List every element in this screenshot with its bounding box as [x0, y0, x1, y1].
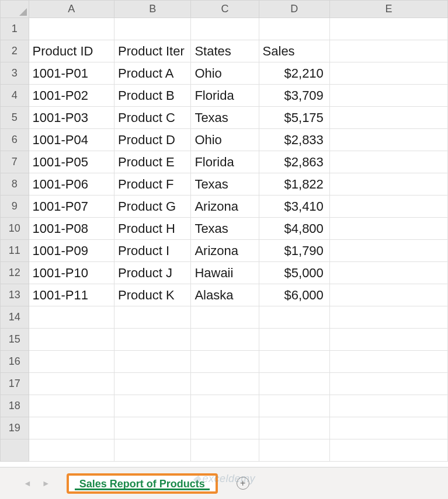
cell[interactable]: $5,175	[259, 107, 329, 129]
cell[interactable]: $1,822	[259, 173, 329, 196]
col-header-E[interactable]: E	[329, 1, 447, 18]
cell[interactable]	[329, 262, 447, 284]
cell[interactable]	[329, 395, 447, 417]
row-header[interactable]: 2	[1, 40, 29, 62]
cell[interactable]: 1001-P04	[29, 129, 114, 151]
cell[interactable]	[329, 240, 447, 262]
add-sheet-button[interactable]: +	[237, 477, 249, 490]
cell[interactable]: Product F	[114, 173, 191, 196]
cell[interactable]	[191, 351, 259, 373]
cell[interactable]: $5,000	[259, 262, 329, 284]
cell[interactable]	[259, 306, 329, 329]
cell[interactable]: Product C	[114, 107, 191, 129]
cell[interactable]: Ohio	[191, 129, 259, 151]
cell[interactable]: $3,410	[259, 196, 329, 218]
cell[interactable]: Product H	[114, 218, 191, 240]
cell[interactable]	[29, 417, 114, 439]
cell[interactable]	[259, 417, 329, 439]
tab-next-icon[interactable]: ►	[42, 479, 50, 488]
cell[interactable]	[259, 373, 329, 395]
cell[interactable]	[29, 373, 114, 395]
cell[interactable]	[259, 395, 329, 417]
cell[interactable]: 1001-P01	[29, 62, 114, 85]
row-header[interactable]: 16	[1, 351, 29, 373]
cell[interactable]: States	[191, 40, 259, 62]
cell[interactable]	[329, 196, 447, 218]
cell[interactable]	[191, 395, 259, 417]
cell[interactable]	[259, 18, 329, 40]
cell[interactable]: Product ID	[29, 40, 114, 62]
active-sheet-tab[interactable]: Sales Report of Products	[67, 473, 218, 494]
cell[interactable]: Alaska	[191, 284, 259, 306]
cell[interactable]	[329, 351, 447, 373]
cell[interactable]	[259, 439, 329, 462]
row-header[interactable]: 6	[1, 129, 29, 151]
cell[interactable]	[329, 107, 447, 129]
cell[interactable]: 1001-P10	[29, 262, 114, 284]
cell[interactable]	[329, 129, 447, 151]
cell[interactable]: Arizona	[191, 196, 259, 218]
cell[interactable]	[191, 373, 259, 395]
cell[interactable]: Product D	[114, 129, 191, 151]
cell[interactable]	[114, 329, 191, 351]
cell[interactable]: Product A	[114, 62, 191, 85]
cell[interactable]: Sales	[259, 40, 329, 62]
cell[interactable]: 1001-P06	[29, 173, 114, 196]
row-header[interactable]: 1	[1, 18, 29, 40]
cell[interactable]: $1,790	[259, 240, 329, 262]
cell[interactable]	[329, 85, 447, 107]
select-all-triangle[interactable]	[1, 1, 29, 18]
cell[interactable]: Arizona	[191, 240, 259, 262]
cell[interactable]: Florida	[191, 151, 259, 173]
row-header[interactable]: 9	[1, 196, 29, 218]
cell[interactable]: Texas	[191, 107, 259, 129]
cell[interactable]	[29, 306, 114, 329]
cell[interactable]: 1001-P07	[29, 196, 114, 218]
row-header[interactable]: 11	[1, 240, 29, 262]
cell[interactable]	[329, 40, 447, 62]
cell[interactable]	[114, 351, 191, 373]
cell[interactable]: $2,863	[259, 151, 329, 173]
row-header[interactable]: 19	[1, 417, 29, 439]
cell[interactable]: Product K	[114, 284, 191, 306]
cell[interactable]	[114, 373, 191, 395]
cell[interactable]: Product Iter	[114, 40, 191, 62]
cell[interactable]: 1001-P02	[29, 85, 114, 107]
cell[interactable]	[191, 306, 259, 329]
row-header[interactable]	[1, 439, 29, 462]
cell[interactable]: Product G	[114, 196, 191, 218]
cell[interactable]	[259, 329, 329, 351]
row-header[interactable]: 8	[1, 173, 29, 196]
cell[interactable]: 1001-P08	[29, 218, 114, 240]
cell[interactable]	[114, 417, 191, 439]
cell[interactable]	[191, 439, 259, 462]
cell[interactable]: 1001-P09	[29, 240, 114, 262]
col-header-C[interactable]: C	[191, 1, 259, 18]
cell[interactable]	[114, 306, 191, 329]
cell[interactable]	[329, 329, 447, 351]
cell[interactable]	[329, 284, 447, 306]
cell[interactable]	[114, 395, 191, 417]
row-header[interactable]: 3	[1, 62, 29, 85]
cell[interactable]	[329, 218, 447, 240]
cell[interactable]: Ohio	[191, 62, 259, 85]
cell[interactable]	[114, 18, 191, 40]
cell[interactable]	[329, 439, 447, 462]
cell[interactable]	[29, 439, 114, 462]
cell[interactable]	[329, 173, 447, 196]
cell[interactable]	[329, 18, 447, 40]
row-header[interactable]: 13	[1, 284, 29, 306]
cell[interactable]: Texas	[191, 173, 259, 196]
cell[interactable]	[329, 151, 447, 173]
row-header[interactable]: 14	[1, 306, 29, 329]
cell[interactable]	[329, 417, 447, 439]
col-header-B[interactable]: B	[114, 1, 191, 18]
cell[interactable]	[329, 62, 447, 85]
row-header[interactable]: 17	[1, 373, 29, 395]
cell[interactable]: Florida	[191, 85, 259, 107]
cell[interactable]	[29, 351, 114, 373]
row-header[interactable]: 12	[1, 262, 29, 284]
cell[interactable]	[191, 329, 259, 351]
cell[interactable]	[329, 373, 447, 395]
cell[interactable]: $6,000	[259, 284, 329, 306]
